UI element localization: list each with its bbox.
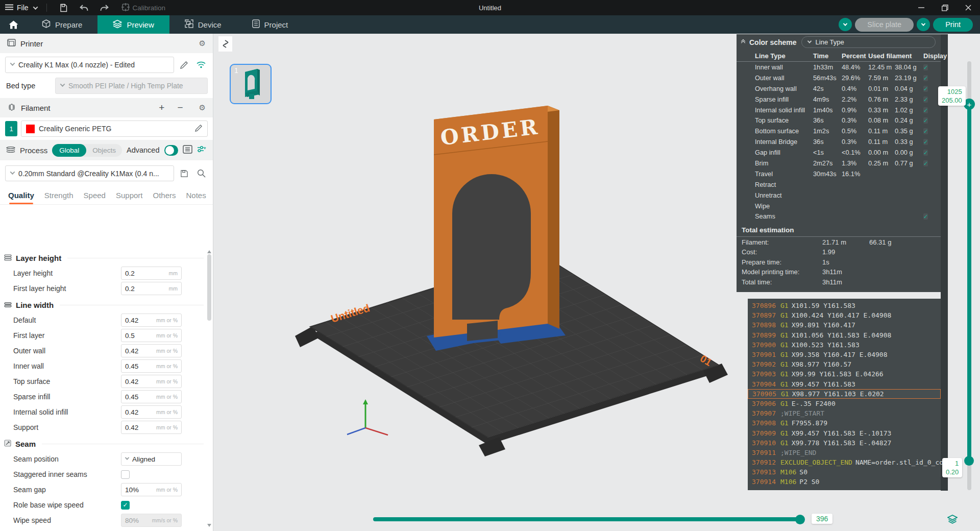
remove-filament-button[interactable]: −: [177, 102, 183, 113]
param-input[interactable]: 0.42mm or %: [121, 313, 182, 327]
gcode-line[interactable]: 370907;WIPE_START: [748, 408, 941, 418]
preview-3d-viewport[interactable]: Untitled 01 ORDER 1: [213, 34, 980, 531]
print-options-dropdown[interactable]: [917, 18, 930, 31]
close-button[interactable]: [957, 0, 980, 15]
plate-thumbnail[interactable]: 1: [230, 64, 272, 104]
param-input[interactable]: 0.42mm or %: [121, 405, 182, 419]
param-checkbox[interactable]: [121, 470, 130, 479]
tab-prepare[interactable]: Prepare: [27, 15, 97, 34]
process-preset-select[interactable]: 0.20mm Standard @Creality K1Max (0.4 n..…: [5, 165, 174, 181]
toggle-objects[interactable]: Objects: [86, 147, 122, 154]
gcode-line[interactable]: 370910G1X99.778 Y161.583 E-.04827: [748, 438, 941, 448]
gcode-line[interactable]: 370896G1X101.59 Y161.583: [748, 301, 941, 310]
calibration-button[interactable]: Calibration: [121, 3, 166, 13]
save-button[interactable]: [56, 2, 71, 14]
param-input[interactable]: 0.2mm: [121, 267, 182, 280]
add-filament-button[interactable]: +: [159, 102, 164, 113]
collapse-panel-button[interactable]: [218, 36, 232, 52]
wifi-icon[interactable]: [194, 61, 208, 68]
filament-select[interactable]: Creality Generic PETG: [21, 120, 208, 137]
gcode-line[interactable]: 370905G1X98.977 Y161.103 E.0202: [748, 389, 941, 399]
global-objects-toggle[interactable]: Global Objects: [52, 144, 122, 157]
display-checkbox[interactable]: ✓: [923, 128, 928, 134]
toggle-global[interactable]: Global: [52, 144, 86, 157]
gcode-line[interactable]: 370913M106S0: [748, 467, 941, 477]
param-input[interactable]: 0.45mm or %: [121, 390, 182, 403]
maximize-button[interactable]: [933, 0, 957, 15]
filament-settings-gear-icon[interactable]: ⚙: [199, 103, 206, 112]
file-menu-button[interactable]: File: [5, 4, 29, 12]
layer-slider-bottom-handle[interactable]: [964, 456, 974, 466]
param-select[interactable]: Aligned: [121, 452, 182, 466]
gcode-line[interactable]: 370900G1X100.523 Y161.583: [748, 340, 941, 350]
param-input[interactable]: 0.42mm or %: [121, 344, 182, 357]
display-checkbox[interactable]: ✓: [923, 139, 928, 145]
slice-options-dropdown[interactable]: [839, 18, 852, 31]
process-tab-speed[interactable]: Speed: [79, 188, 111, 204]
gcode-line[interactable]: 370897G1X100.424 Y160.417 E.04908: [748, 310, 941, 320]
display-checkbox[interactable]: ✓: [923, 75, 928, 81]
home-button[interactable]: [0, 15, 27, 34]
bed-type-select[interactable]: Smooth PEI Plate / High Temp Plate: [55, 78, 208, 94]
process-tab-strength[interactable]: Strength: [39, 188, 79, 204]
tab-project[interactable]: Project: [237, 15, 304, 34]
layers-view-icon[interactable]: [947, 515, 958, 526]
tune-parameters-icon[interactable]: [197, 145, 207, 155]
display-checkbox[interactable]: ✓: [923, 96, 928, 103]
save-preset-icon[interactable]: [178, 170, 191, 178]
param-input[interactable]: 0.42mm or %: [121, 421, 182, 434]
display-checkbox[interactable]: ✓: [923, 107, 928, 113]
collapse-color-panel-icon[interactable]: [742, 40, 745, 44]
printer-select[interactable]: Creality K1 Max (0.4 nozzle) - Edited: [5, 57, 174, 73]
gcode-line[interactable]: 370901G1X99.358 Y160.417 E.04908: [748, 350, 941, 359]
gcode-line[interactable]: 370911;WIPE_END: [748, 448, 941, 457]
param-input[interactable]: 10%mm or %: [121, 483, 182, 496]
file-menu-chevron-icon[interactable]: [33, 5, 38, 10]
parameter-list-icon[interactable]: [183, 145, 192, 155]
settings-scrollbar[interactable]: [206, 249, 212, 529]
gcode-line[interactable]: 370914M106P2 S0: [748, 477, 941, 487]
edit-filament-icon[interactable]: [195, 124, 203, 133]
process-tab-quality[interactable]: Quality: [3, 188, 39, 204]
param-checkbox[interactable]: ✓: [121, 501, 130, 510]
move-slider-handle[interactable]: [795, 515, 805, 524]
gcode-line[interactable]: 370902G1X98.977 Y160.57: [748, 359, 941, 369]
advanced-toggle[interactable]: [164, 145, 179, 156]
gcode-panel[interactable]: 370896G1X101.59 Y161.583370897G1X100.424…: [748, 299, 941, 490]
gcode-line[interactable]: 370912EXCLUDE_OBJECT_ENDNAME=order.stl_i…: [748, 457, 941, 467]
param-input[interactable]: 80%mm/s or %: [121, 514, 182, 527]
process-tab-notes[interactable]: Notes: [181, 188, 211, 204]
redo-button[interactable]: [97, 2, 112, 14]
display-checkbox[interactable]: ✓: [923, 150, 928, 156]
scrollbar-thumb[interactable]: [207, 254, 211, 321]
slice-plate-button[interactable]: Slice plate: [855, 18, 914, 32]
param-input[interactable]: 0.45mm or %: [121, 359, 182, 373]
gcode-line[interactable]: 370899G1X101.056 Y161.583 E.04908: [748, 330, 941, 340]
param-input[interactable]: 0.5mm or %: [121, 329, 182, 342]
param-input[interactable]: 0.42mm or %: [121, 375, 182, 388]
undo-button[interactable]: [77, 2, 92, 14]
process-tab-support[interactable]: Support: [111, 188, 148, 204]
gcode-line[interactable]: 370904G1X99.457 Y161.583: [748, 379, 941, 389]
display-checkbox[interactable]: ✓: [923, 160, 928, 166]
color-scheme-select[interactable]: Line Type: [801, 36, 936, 48]
scroll-up-arrow[interactable]: [207, 250, 211, 253]
display-checkbox[interactable]: ✓: [923, 64, 928, 70]
process-tab-others[interactable]: Others: [148, 188, 181, 204]
gcode-line[interactable]: 370908G1F7955.879: [748, 418, 941, 428]
gcode-line[interactable]: 370906G1E-.35 F2400: [748, 399, 941, 408]
scroll-down-arrow[interactable]: [207, 524, 211, 527]
gcode-line[interactable]: 370903G1X99.99 Y161.583 E.04266: [748, 369, 941, 379]
printer-settings-gear-icon[interactable]: ⚙: [199, 39, 206, 48]
move-slider-track[interactable]: [373, 517, 802, 521]
edit-printer-icon[interactable]: [178, 61, 191, 69]
tab-device[interactable]: Device: [169, 15, 237, 34]
print-button[interactable]: Print: [933, 18, 973, 32]
param-input[interactable]: 0.2mm: [121, 282, 182, 295]
search-parameters-icon[interactable]: [194, 169, 208, 178]
tab-preview[interactable]: Preview: [97, 15, 169, 34]
display-checkbox[interactable]: ✓: [923, 86, 928, 92]
display-checkbox[interactable]: ✓: [923, 213, 928, 220]
gcode-line[interactable]: 370909G1X99.457 Y161.583 E-.10173: [748, 428, 941, 438]
display-checkbox[interactable]: ✓: [923, 117, 928, 124]
